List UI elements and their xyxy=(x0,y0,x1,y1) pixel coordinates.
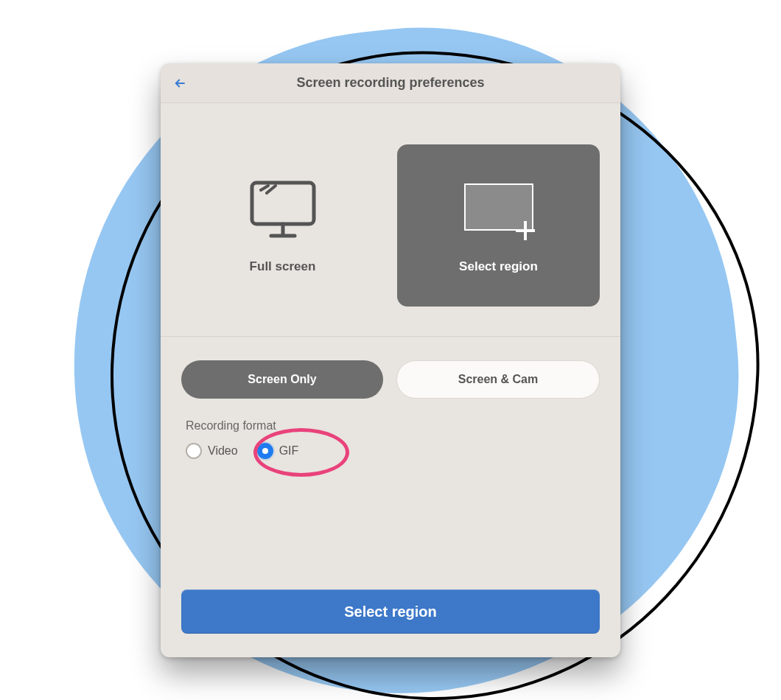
format-gif-label[interactable]: GIF xyxy=(279,444,299,458)
source-screen-and-cam-label: Screen & Cam xyxy=(458,373,539,386)
recording-format-options: Video GIF xyxy=(186,443,600,459)
back-button[interactable] xyxy=(172,76,187,91)
source-toggle-row: Screen Only Screen & Cam xyxy=(161,337,620,399)
recording-format-label: Recording format xyxy=(186,419,600,433)
source-screen-only[interactable]: Screen Only xyxy=(181,360,383,399)
source-screen-and-cam[interactable]: Screen & Cam xyxy=(396,360,600,399)
region-icon xyxy=(455,177,543,246)
svg-line-2 xyxy=(261,186,268,190)
mode-full-screen[interactable]: Full screen xyxy=(181,144,384,307)
mode-select-region[interactable]: Select region xyxy=(397,144,600,307)
dialog-footer: Select region xyxy=(161,589,620,657)
dialog-title: Screen recording preferences xyxy=(296,75,484,91)
primary-action-button[interactable]: Select region xyxy=(181,589,600,634)
titlebar: Screen recording preferences xyxy=(161,63,620,103)
monitor-icon xyxy=(246,177,320,246)
svg-rect-6 xyxy=(465,184,533,230)
recording-format-section: Recording format Video GIF xyxy=(161,399,620,459)
arrow-left-icon xyxy=(173,77,186,90)
capture-mode-row: Full screen Select region xyxy=(161,103,620,337)
source-screen-only-label: Screen Only xyxy=(248,373,316,386)
format-video-label[interactable]: Video xyxy=(208,444,238,458)
format-video-radio[interactable] xyxy=(186,443,202,459)
primary-action-label: Select region xyxy=(344,603,437,620)
mode-full-screen-label: Full screen xyxy=(250,259,316,274)
mode-select-region-label: Select region xyxy=(459,259,538,274)
preferences-dialog: Screen recording preferences Full screen xyxy=(161,63,620,657)
format-gif-radio[interactable] xyxy=(257,443,273,459)
